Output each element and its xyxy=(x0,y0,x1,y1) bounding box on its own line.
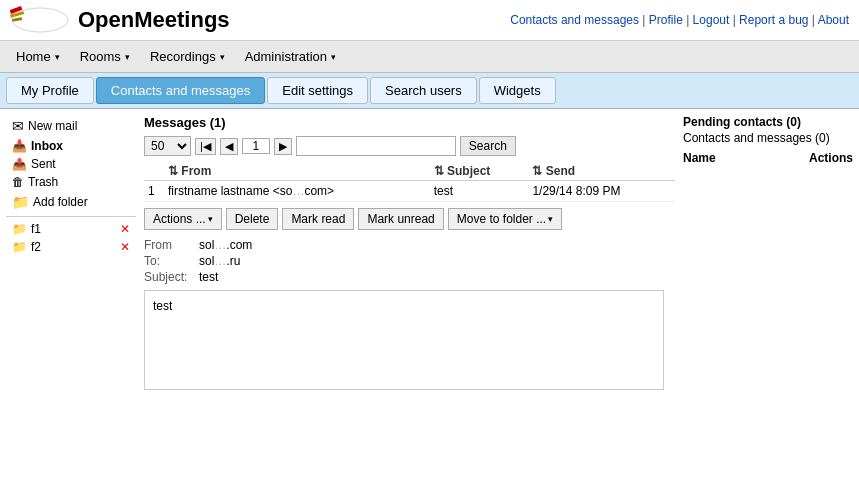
message-detail: From sol….com To: sol….ru Subject: test … xyxy=(144,238,675,390)
search-input[interactable] xyxy=(296,136,456,156)
tab-my-profile[interactable]: My Profile xyxy=(6,77,94,104)
folder-f2-icon: 📁 xyxy=(12,240,27,254)
msg-from: firstname lastname <so…com> xyxy=(164,181,430,202)
action-bar: Actions ... ▾ Delete Mark read Mark unre… xyxy=(144,208,675,230)
send-sort-arrow: ⇅ xyxy=(532,164,542,178)
tabbar: My Profile Contacts and messages Edit se… xyxy=(0,73,859,109)
nav-rooms[interactable]: Rooms ▾ xyxy=(70,41,140,73)
sidebar-folder-f1[interactable]: 📁 f1 ✕ xyxy=(6,220,136,238)
mark-unread-button[interactable]: Mark unread xyxy=(358,208,443,230)
nav-home[interactable]: Home ▾ xyxy=(6,41,70,73)
home-arrow-icon: ▾ xyxy=(55,52,60,62)
msg-send: 1/29/14 8:09 PM xyxy=(528,181,675,202)
inbox-icon: 📥 xyxy=(12,139,27,153)
messages-header: Messages (1) xyxy=(144,115,675,130)
sidebar-sent[interactable]: 📤 Sent xyxy=(6,155,136,173)
mark-read-button[interactable]: Mark read xyxy=(282,208,354,230)
sidebar-folder-f2[interactable]: 📁 f2 ✕ xyxy=(6,238,136,256)
actions-arrow-icon: ▾ xyxy=(208,214,213,224)
pending-contacts-title: Pending contacts (0) xyxy=(683,115,853,129)
header: OpenMeetings Contacts and messages | Pro… xyxy=(0,0,859,41)
pagination-bar: 50 25 100 |◀ ◀ ▶ Search xyxy=(144,136,675,156)
contacts-messages-link[interactable]: Contacts and messages xyxy=(510,13,639,27)
folder-f1-delete-icon[interactable]: ✕ xyxy=(120,222,130,236)
new-mail-icon: ✉ xyxy=(12,118,24,134)
main-content: ✉ New mail 📥 Inbox 📤 Sent 🗑 Trash 📁 Add … xyxy=(0,109,859,396)
subject-sort-arrow: ⇅ xyxy=(434,164,444,178)
move-to-folder-button[interactable]: Move to folder ... ▾ xyxy=(448,208,562,230)
sidebar-divider xyxy=(6,216,136,217)
sidebar-inbox[interactable]: 📥 Inbox xyxy=(6,137,136,155)
msg-num: 1 xyxy=(144,181,164,202)
name-col-header: Name xyxy=(683,151,716,165)
nav-recordings[interactable]: Recordings ▾ xyxy=(140,41,235,73)
add-folder-button[interactable]: 📁 Add folder xyxy=(6,191,136,213)
delete-button[interactable]: Delete xyxy=(226,208,279,230)
folder-f2-delete-icon[interactable]: ✕ xyxy=(120,240,130,254)
per-page-select[interactable]: 50 25 100 xyxy=(144,136,191,156)
header-links: Contacts and messages | Profile | Logout… xyxy=(510,13,849,27)
nav-administration[interactable]: Administration ▾ xyxy=(235,41,346,73)
col-send-header[interactable]: ⇅ Send xyxy=(528,162,675,181)
sent-icon: 📤 xyxy=(12,157,27,171)
logo-icon xyxy=(10,6,70,34)
search-button[interactable]: Search xyxy=(460,136,516,156)
new-mail-button[interactable]: ✉ New mail xyxy=(6,115,136,137)
detail-to-row: To: sol….ru xyxy=(144,254,675,268)
actions-col-header: Actions xyxy=(809,151,853,165)
right-panel-col-headers: Name Actions xyxy=(683,151,853,165)
app-title: OpenMeetings xyxy=(78,7,230,33)
sidebar-trash[interactable]: 🗑 Trash xyxy=(6,173,136,191)
table-row[interactable]: 1 firstname lastname <so…com> test 1/29/… xyxy=(144,181,675,202)
header-left: OpenMeetings xyxy=(10,6,230,34)
profile-link[interactable]: Profile xyxy=(649,13,683,27)
contacts-messages-count: Contacts and messages (0) xyxy=(683,131,853,145)
messages-area: Messages (1) 50 25 100 |◀ ◀ ▶ Search ⇅ xyxy=(144,115,675,390)
move-folder-arrow-icon: ▾ xyxy=(548,214,553,224)
actions-button[interactable]: Actions ... ▾ xyxy=(144,208,222,230)
svg-rect-2 xyxy=(12,17,22,22)
page-number-input[interactable] xyxy=(242,138,270,154)
col-subject-header[interactable]: ⇅ Subject xyxy=(430,162,529,181)
tab-contacts-messages[interactable]: Contacts and messages xyxy=(96,77,265,104)
first-page-button[interactable]: |◀ xyxy=(195,138,216,155)
sidebar: ✉ New mail 📥 Inbox 📤 Sent 🗑 Trash 📁 Add … xyxy=(6,115,136,390)
next-page-button[interactable]: ▶ xyxy=(274,138,292,155)
detail-subject-row: Subject: test xyxy=(144,270,675,284)
admin-arrow-icon: ▾ xyxy=(331,52,336,62)
col-num xyxy=(144,162,164,181)
add-folder-icon: 📁 xyxy=(12,194,29,210)
prev-page-button[interactable]: ◀ xyxy=(220,138,238,155)
trash-icon: 🗑 xyxy=(12,175,24,189)
messages-table: ⇅ From ⇅ Subject ⇅ Send 1 firs xyxy=(144,162,675,202)
folder-f1-icon: 📁 xyxy=(12,222,27,236)
recordings-arrow-icon: ▾ xyxy=(220,52,225,62)
tab-widgets[interactable]: Widgets xyxy=(479,77,556,104)
message-body: test xyxy=(144,290,664,390)
navbar: Home ▾ Rooms ▾ Recordings ▾ Administrati… xyxy=(0,41,859,73)
logout-link[interactable]: Logout xyxy=(693,13,730,27)
from-sort-arrow: ⇅ xyxy=(168,164,178,178)
report-bug-link[interactable]: Report a bug xyxy=(739,13,808,27)
detail-from-row: From sol….com xyxy=(144,238,675,252)
rooms-arrow-icon: ▾ xyxy=(125,52,130,62)
about-link[interactable]: About xyxy=(818,13,849,27)
tab-edit-settings[interactable]: Edit settings xyxy=(267,77,368,104)
right-panel: Pending contacts (0) Contacts and messag… xyxy=(683,115,853,390)
tab-search-users[interactable]: Search users xyxy=(370,77,477,104)
msg-subject: test xyxy=(430,181,529,202)
col-from-header[interactable]: ⇅ From xyxy=(164,162,430,181)
